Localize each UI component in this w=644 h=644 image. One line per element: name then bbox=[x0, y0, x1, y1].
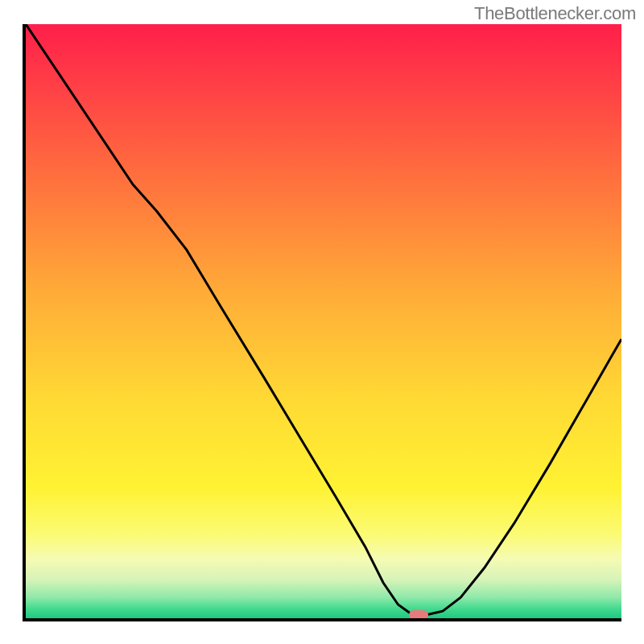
optimal-marker bbox=[409, 610, 428, 620]
plot-area bbox=[23, 24, 621, 621]
curve-path bbox=[26, 24, 621, 615]
chart-container: TheBottlenecker.com bbox=[0, 0, 644, 644]
bottleneck-curve bbox=[26, 24, 621, 618]
attribution-label: TheBottlenecker.com bbox=[474, 3, 636, 24]
